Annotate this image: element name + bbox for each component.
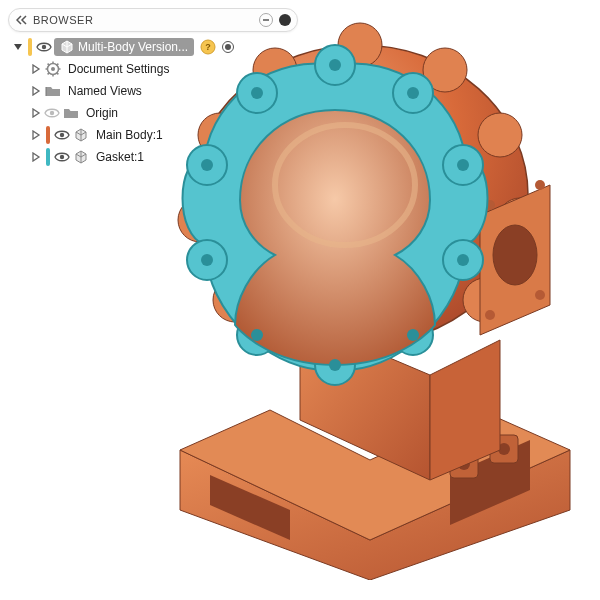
svg-point-30 <box>407 87 419 99</box>
tree-item-label: Origin <box>82 106 122 120</box>
collapse-arrows-icon[interactable] <box>15 13 29 27</box>
tree-item-named-views[interactable]: Named Views <box>8 80 298 102</box>
visibility-eye-icon[interactable] <box>54 127 70 143</box>
tree-item-document-settings[interactable]: Document Settings <box>8 58 298 80</box>
svg-point-14 <box>493 225 537 285</box>
folder-icon <box>44 82 62 100</box>
svg-point-34 <box>329 359 341 371</box>
gear-icon <box>44 60 62 78</box>
tree-item-label: Document Settings <box>64 62 173 76</box>
tree-item-label: Named Views <box>64 84 146 98</box>
visibility-eye-icon[interactable] <box>36 39 52 55</box>
svg-point-32 <box>457 254 469 266</box>
svg-point-36 <box>201 254 213 266</box>
tree-root-row[interactable]: Multi-Body Version... ? <box>8 36 298 58</box>
svg-text:?: ? <box>205 42 211 52</box>
caret-down-icon[interactable] <box>12 41 24 53</box>
body-color-swatch <box>46 148 50 166</box>
tree-item-main-body[interactable]: Main Body:1 <box>8 124 298 146</box>
svg-point-45 <box>51 67 55 71</box>
root-color-swatch <box>28 38 32 56</box>
root-component-chip[interactable]: Multi-Body Version... <box>54 38 194 56</box>
tree-item-gasket[interactable]: Gasket:1 <box>8 146 298 168</box>
visibility-eye-off-icon[interactable] <box>44 105 60 121</box>
activate-component-radio[interactable] <box>222 41 234 53</box>
svg-point-29 <box>329 59 341 71</box>
panel-title: BROWSER <box>33 14 255 26</box>
root-label: Multi-Body Version... <box>78 40 188 54</box>
svg-point-41 <box>42 45 46 49</box>
svg-line-51 <box>57 73 59 75</box>
body-icon <box>72 126 90 144</box>
body-icon <box>72 148 90 166</box>
svg-point-54 <box>50 111 54 115</box>
caret-right-icon[interactable] <box>30 129 42 141</box>
panel-minimize-button[interactable] <box>259 13 273 27</box>
svg-line-53 <box>57 64 59 66</box>
caret-right-icon[interactable] <box>30 85 42 97</box>
caret-right-icon[interactable] <box>30 107 42 119</box>
component-icon <box>60 40 74 54</box>
warning-badge-icon[interactable]: ? <box>200 39 216 55</box>
svg-point-16 <box>535 180 545 190</box>
svg-point-55 <box>60 133 64 137</box>
body-color-swatch <box>46 126 50 144</box>
svg-line-52 <box>48 73 50 75</box>
panel-settings-dot[interactable] <box>279 14 291 26</box>
svg-line-50 <box>48 64 50 66</box>
visibility-eye-icon[interactable] <box>54 149 70 165</box>
browser-tree: Multi-Body Version... ? Document Setting… <box>8 36 298 168</box>
svg-point-35 <box>251 329 263 341</box>
tree-item-label: Main Body:1 <box>92 128 167 142</box>
svg-point-7 <box>478 113 522 157</box>
svg-point-33 <box>407 329 419 341</box>
svg-point-31 <box>457 159 469 171</box>
caret-right-icon[interactable] <box>30 151 42 163</box>
caret-right-icon[interactable] <box>30 63 42 75</box>
browser-panel-header[interactable]: BROWSER <box>8 8 298 32</box>
svg-point-56 <box>60 155 64 159</box>
tree-item-origin[interactable]: Origin <box>8 102 298 124</box>
svg-point-17 <box>485 310 495 320</box>
svg-point-18 <box>535 290 545 300</box>
tree-item-label: Gasket:1 <box>92 150 148 164</box>
browser-panel: BROWSER Multi-Body Version... ? <box>8 8 298 168</box>
folder-icon <box>62 104 80 122</box>
